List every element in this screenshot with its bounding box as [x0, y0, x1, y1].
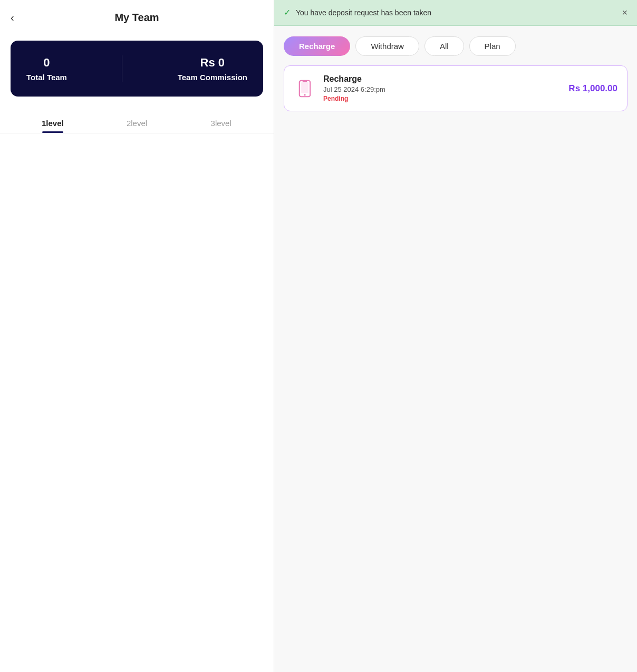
transaction-title: Recharge: [323, 74, 561, 84]
right-panel: ✓ You have deposit request has been take…: [274, 0, 637, 672]
total-team-label: Total Team: [26, 73, 67, 82]
svg-rect-1: [301, 82, 308, 93]
filter-tabs: Recharge Withdraw All Plan: [284, 36, 628, 56]
left-header: ‹ My Team: [0, 0, 274, 35]
back-icon: ‹: [11, 12, 14, 24]
commission-label: Team Commission: [178, 73, 247, 82]
stat-divider: [122, 55, 122, 82]
notification-banner: ✓ You have deposit request has been take…: [274, 0, 637, 26]
team-commission-stat: Rs 0 Team Commission: [178, 56, 247, 82]
check-icon: ✓: [284, 7, 291, 17]
right-content: Recharge Withdraw All Plan Recharge Jul …: [274, 26, 637, 122]
total-team-stat: 0 Total Team: [26, 56, 67, 82]
back-button[interactable]: ‹: [11, 12, 14, 24]
filter-tab-withdraw[interactable]: Withdraw: [355, 36, 419, 56]
svg-point-2: [304, 94, 305, 95]
page-title: My Team: [11, 12, 263, 24]
left-panel: ‹ My Team 0 Total Team Rs 0 Team Commiss…: [0, 0, 274, 672]
transaction-card: Recharge Jul 25 2024 6:29:pm Pending Rs …: [284, 65, 628, 111]
tab-2level[interactable]: 2level: [95, 112, 179, 133]
filter-tab-recharge[interactable]: Recharge: [284, 36, 350, 56]
filter-tab-all[interactable]: All: [424, 36, 464, 56]
phone-icon: [296, 80, 314, 98]
transaction-amount: Rs 1,000.00: [568, 83, 617, 94]
tab-1level[interactable]: 1level: [11, 112, 95, 133]
phone-icon-wrap: [294, 78, 316, 100]
total-team-value: 0: [43, 56, 50, 70]
tab-3level[interactable]: 3level: [179, 112, 263, 133]
transaction-date: Jul 25 2024 6:29:pm: [323, 85, 561, 93]
commission-value: Rs 0: [200, 56, 225, 70]
notification-content: ✓ You have deposit request has been take…: [284, 7, 431, 17]
team-stats-card: 0 Total Team Rs 0 Team Commission: [11, 41, 263, 97]
transaction-status: Pending: [323, 95, 561, 102]
level-tabs: 1level 2level 3level: [0, 112, 274, 133]
close-notification-button[interactable]: ×: [622, 8, 628, 17]
notification-text: You have deposit request has been taken: [296, 8, 431, 17]
filter-tab-plan[interactable]: Plan: [469, 36, 516, 56]
transaction-info: Recharge Jul 25 2024 6:29:pm Pending: [323, 74, 561, 102]
